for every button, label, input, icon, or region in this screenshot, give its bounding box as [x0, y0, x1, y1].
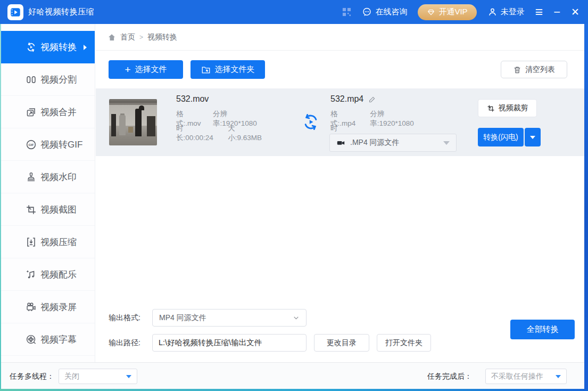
output-path-label: 输出路径: — [109, 338, 152, 348]
source-file-name: 532.mov — [176, 94, 209, 104]
multithread-value: 关闭 — [64, 372, 79, 381]
online-service-button[interactable]: 在线咨询 — [362, 7, 407, 17]
login-button[interactable]: 未登录 — [487, 7, 525, 17]
window-border-left — [0, 24, 1, 391]
sidebar-item-video-watermark[interactable]: 视频水印 — [1, 161, 95, 193]
app-window: 好哈视频转换压缩 — [0, 0, 588, 391]
crop-icon — [487, 104, 495, 112]
sidebar-item-video-music[interactable]: 视频配乐 — [1, 258, 95, 291]
sidebar-item-label: 视频转GIF — [40, 139, 82, 151]
window-border-bottom — [0, 389, 588, 391]
chevron-down-icon — [126, 375, 131, 378]
convert-split-button: 转换(闪电) — [478, 128, 541, 146]
user-icon — [487, 7, 498, 17]
output-format-select[interactable]: MP4 同源文件 — [152, 309, 307, 327]
chevron-down-icon — [443, 141, 450, 145]
chat-icon — [362, 7, 372, 17]
online-service-label: 在线咨询 — [375, 7, 407, 17]
compress-icon — [25, 236, 37, 248]
window-border-right — [584, 24, 588, 391]
folder-select-icon — [201, 65, 211, 75]
sidebar-item-label: 视频配乐 — [40, 268, 77, 281]
target-resolution: 分辨率:1920*1080 — [370, 109, 417, 128]
convert-all-label: 全部转换 — [527, 324, 559, 335]
after-task-label: 任务完成后： — [427, 372, 472, 381]
breadcrumb-home[interactable]: 首页 — [120, 32, 135, 42]
select-folder-button[interactable]: 选择文件夹 — [191, 60, 265, 79]
minimize-icon[interactable]: − — [553, 6, 560, 18]
plus-icon: + — [125, 64, 130, 75]
convert-button[interactable]: 转换(闪电) — [478, 128, 524, 146]
menu-icon[interactable]: ≡ — [535, 5, 543, 19]
source-duration: 时长:00:00:24 — [176, 124, 214, 143]
video-crop-label: 视频裁剪 — [499, 103, 528, 113]
chevron-down-icon — [293, 314, 300, 321]
select-file-label: 选择文件 — [135, 64, 167, 75]
select-folder-label: 选择文件夹 — [215, 64, 255, 75]
output-path-input[interactable] — [152, 334, 307, 352]
after-task-value: 不采取任何操作 — [491, 372, 543, 381]
sidebar-item-label: 视频水印 — [40, 171, 77, 183]
subtitle-icon — [25, 333, 37, 345]
breadcrumb-current: 视频转换 — [147, 32, 177, 42]
multithread-select[interactable]: 关闭 — [59, 369, 137, 384]
app-title: 好哈视频转换压缩 — [28, 7, 94, 17]
sidebar-item-label: 视频分割 — [40, 74, 77, 86]
clear-list-button[interactable]: 清空列表 — [501, 61, 567, 78]
login-status-label: 未登录 — [501, 7, 525, 17]
main-content: 首页 > 视频转换 + 选择文件 选择文件夹 — [96, 24, 584, 362]
record-icon — [25, 301, 37, 313]
sidebar-item-video-to-gif[interactable]: GIF 视频转GIF — [1, 128, 95, 161]
sidebar-item-video-compress[interactable]: 视频压缩 — [1, 226, 95, 258]
watermark-icon — [25, 171, 37, 183]
open-folder-button[interactable]: 打开文件夹 — [377, 334, 431, 352]
select-file-button[interactable]: + 选择文件 — [109, 60, 183, 79]
sidebar-item-label: 视频合并 — [40, 106, 77, 118]
video-crop-button[interactable]: 视频裁剪 — [478, 99, 537, 117]
change-directory-button[interactable]: 更改目录 — [314, 334, 369, 352]
sidebar-item-label: 视频转换 — [40, 41, 77, 53]
row-format-value: .MP4 同源文件 — [350, 138, 400, 148]
row-format-select[interactable]: .MP4 同源文件 — [329, 134, 457, 152]
sidebar: 视频转换 视频分割 视频合并 — [1, 24, 95, 362]
sidebar-item-video-record[interactable]: 视频录屏 — [1, 291, 95, 323]
app-logo-icon — [7, 4, 23, 20]
sidebar-item-label: 视频录屏 — [40, 301, 77, 313]
active-arrow-icon — [84, 45, 87, 50]
target-file-name: 532.mp4 — [330, 94, 363, 104]
convert-icon — [25, 42, 37, 53]
merge-icon — [25, 106, 37, 118]
sidebar-item-video-subtitle[interactable]: 视频字幕 — [1, 323, 95, 356]
convert-all-button[interactable]: 全部转换 — [510, 320, 575, 339]
sidebar-item-video-convert[interactable]: 视频转换 — [1, 31, 95, 63]
split-icon — [25, 74, 37, 85]
screenshot-icon — [25, 203, 37, 215]
vip-badge-icon — [427, 8, 435, 17]
chevron-down-icon — [530, 136, 535, 139]
after-task-select[interactable]: 不采取任何操作 — [485, 369, 567, 384]
convert-button-label: 转换(闪电) — [483, 133, 518, 142]
convert-options-button[interactable] — [525, 128, 541, 146]
change-directory-label: 更改目录 — [327, 338, 357, 348]
gif-icon: GIF — [25, 139, 37, 150]
trash-icon — [513, 66, 521, 74]
vip-button[interactable]: 开通VIP — [418, 4, 476, 20]
sidebar-item-label: 视频截图 — [40, 203, 77, 216]
sidebar-item-video-screenshot[interactable]: 视频截图 — [1, 193, 95, 226]
camera-icon — [336, 139, 345, 148]
chevron-down-icon — [556, 375, 561, 378]
sidebar-item-video-split[interactable]: 视频分割 — [1, 63, 95, 96]
open-folder-label: 打开文件夹 — [385, 338, 423, 348]
sidebar-item-video-merge[interactable]: 视频合并 — [1, 96, 95, 128]
video-thumbnail[interactable] — [109, 99, 157, 145]
statusbar: 任务多线程： 关闭 任务完成后： 不采取任何操作 — [0, 362, 588, 389]
close-icon[interactable]: ✕ — [571, 7, 579, 17]
titlebar: 好哈视频转换压缩 — [0, 0, 588, 24]
output-format-value: MP4 同源文件 — [159, 313, 206, 323]
edit-name-icon[interactable] — [368, 95, 376, 103]
svg-text:GIF: GIF — [28, 142, 34, 146]
music-icon — [25, 268, 37, 280]
qr-grid-icon[interactable] — [342, 7, 351, 17]
vip-label: 开通VIP — [438, 7, 467, 17]
breadcrumb-separator: > — [139, 34, 143, 41]
